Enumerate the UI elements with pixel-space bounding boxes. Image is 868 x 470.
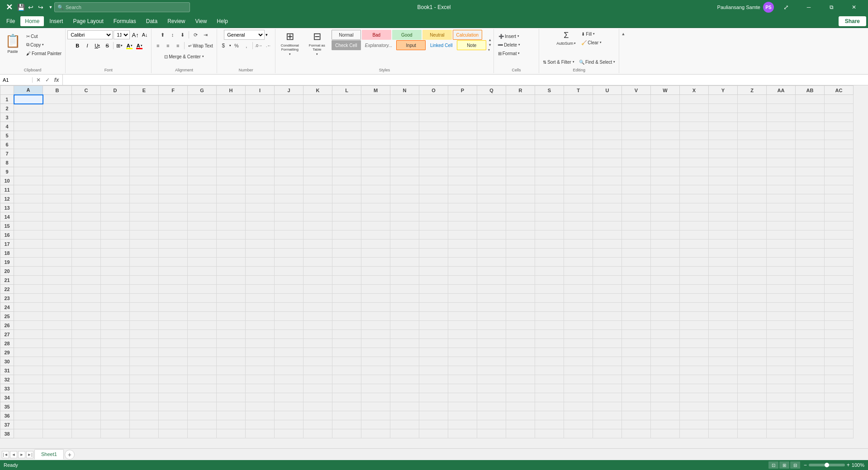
- cell-S26[interactable]: [535, 321, 564, 330]
- cell-N16[interactable]: [390, 230, 419, 240]
- cell-L12[interactable]: [332, 194, 361, 203]
- row-header-9[interactable]: 9: [0, 167, 14, 176]
- cell-R3[interactable]: [506, 113, 535, 122]
- cell-I13[interactable]: [246, 203, 275, 212]
- cell-W20[interactable]: [651, 267, 680, 276]
- cell-H14[interactable]: [217, 212, 246, 221]
- cell-E21[interactable]: [130, 276, 159, 285]
- cell-X6[interactable]: [680, 140, 709, 149]
- cell-H29[interactable]: [217, 348, 246, 357]
- cell-I31[interactable]: [246, 366, 275, 375]
- cell-M3[interactable]: [361, 113, 390, 122]
- cell-H16[interactable]: [217, 230, 246, 240]
- cell-Y37[interactable]: [709, 420, 738, 429]
- cell-U26[interactable]: [593, 321, 622, 330]
- format-dropdown-icon[interactable]: ▾: [518, 52, 520, 55]
- cell-S16[interactable]: [535, 230, 564, 240]
- cell-G19[interactable]: [188, 258, 217, 267]
- cell-D2[interactable]: [101, 104, 130, 113]
- cell-P27[interactable]: [448, 330, 477, 339]
- cell-D32[interactable]: [101, 375, 130, 384]
- cell-N8[interactable]: [390, 158, 419, 167]
- cut-button[interactable]: ✂ Cut: [24, 32, 63, 40]
- row-header-16[interactable]: 16: [0, 230, 14, 240]
- cell-Y25[interactable]: [709, 312, 738, 321]
- cell-AC31[interactable]: [825, 366, 854, 375]
- cell-R31[interactable]: [506, 366, 535, 375]
- cell-Z25[interactable]: [738, 312, 767, 321]
- cell-P31[interactable]: [448, 366, 477, 375]
- cell-U19[interactable]: [593, 258, 622, 267]
- user-profile[interactable]: Pauliansang Samte PS: [717, 2, 774, 13]
- cell-R26[interactable]: [506, 321, 535, 330]
- cell-U16[interactable]: [593, 230, 622, 240]
- row-header-18[interactable]: 18: [0, 249, 14, 258]
- cell-G12[interactable]: [188, 194, 217, 203]
- cell-AB13[interactable]: [796, 203, 825, 212]
- cell-X7[interactable]: [680, 149, 709, 158]
- row-header-11[interactable]: 11: [0, 185, 14, 194]
- cell-P34[interactable]: [448, 393, 477, 402]
- cell-AA5[interactable]: [767, 131, 796, 140]
- cell-C29[interactable]: [72, 348, 101, 357]
- cell-X13[interactable]: [680, 203, 709, 212]
- cell-N28[interactable]: [390, 339, 419, 348]
- cell-R30[interactable]: [506, 357, 535, 366]
- cell-P14[interactable]: [448, 212, 477, 221]
- cell-B6[interactable]: [43, 140, 72, 149]
- cell-Y33[interactable]: [709, 384, 738, 393]
- collapse-ribbon-icon[interactable]: ▲: [621, 32, 625, 36]
- cell-X35[interactable]: [680, 402, 709, 411]
- cell-L15[interactable]: [332, 221, 361, 230]
- cell-L33[interactable]: [332, 384, 361, 393]
- cell-M37[interactable]: [361, 420, 390, 429]
- cell-E8[interactable]: [130, 158, 159, 167]
- cell-R23[interactable]: [506, 294, 535, 303]
- cell-K12[interactable]: [304, 194, 332, 203]
- cell-G9[interactable]: [188, 167, 217, 176]
- cell-C24[interactable]: [72, 303, 101, 312]
- cell-Z8[interactable]: [738, 158, 767, 167]
- cell-C33[interactable]: [72, 384, 101, 393]
- cell-Z16[interactable]: [738, 230, 767, 240]
- cell-A26[interactable]: [14, 321, 43, 330]
- cell-V30[interactable]: [622, 357, 651, 366]
- name-box[interactable]: A1: [0, 77, 33, 83]
- cell-V37[interactable]: [622, 420, 651, 429]
- cell-W21[interactable]: [651, 276, 680, 285]
- cell-D9[interactable]: [101, 167, 130, 176]
- cell-AB23[interactable]: [796, 294, 825, 303]
- cell-D15[interactable]: [101, 221, 130, 230]
- styles-scroll-down-icon[interactable]: ▼: [488, 43, 492, 47]
- cell-B32[interactable]: [43, 375, 72, 384]
- cell-U30[interactable]: [593, 357, 622, 366]
- cell-C11[interactable]: [72, 185, 101, 194]
- row-header-4[interactable]: 4: [0, 122, 14, 131]
- fill-color-button[interactable]: A ▾: [125, 41, 134, 50]
- cell-G21[interactable]: [188, 276, 217, 285]
- undo-icon[interactable]: ↩: [27, 4, 34, 11]
- cell-A1[interactable]: [14, 95, 43, 104]
- cell-M21[interactable]: [361, 276, 390, 285]
- cell-Q18[interactable]: [477, 249, 506, 258]
- cell-G17[interactable]: [188, 240, 217, 249]
- cell-I14[interactable]: [246, 212, 275, 221]
- cell-L30[interactable]: [332, 357, 361, 366]
- cell-F3[interactable]: [159, 113, 188, 122]
- col-header-T[interactable]: T: [564, 86, 593, 95]
- paste-button[interactable]: 📋 Paste: [2, 30, 24, 57]
- cell-F26[interactable]: [159, 321, 188, 330]
- cell-X5[interactable]: [680, 131, 709, 140]
- cell-K14[interactable]: [304, 212, 332, 221]
- cell-R8[interactable]: [506, 158, 535, 167]
- cell-N26[interactable]: [390, 321, 419, 330]
- cell-K7[interactable]: [304, 149, 332, 158]
- cell-V19[interactable]: [622, 258, 651, 267]
- cell-K30[interactable]: [304, 357, 332, 366]
- cell-S35[interactable]: [535, 402, 564, 411]
- cell-AB12[interactable]: [796, 194, 825, 203]
- cell-B20[interactable]: [43, 267, 72, 276]
- cell-F6[interactable]: [159, 140, 188, 149]
- cell-S36[interactable]: [535, 411, 564, 420]
- cell-T31[interactable]: [564, 366, 593, 375]
